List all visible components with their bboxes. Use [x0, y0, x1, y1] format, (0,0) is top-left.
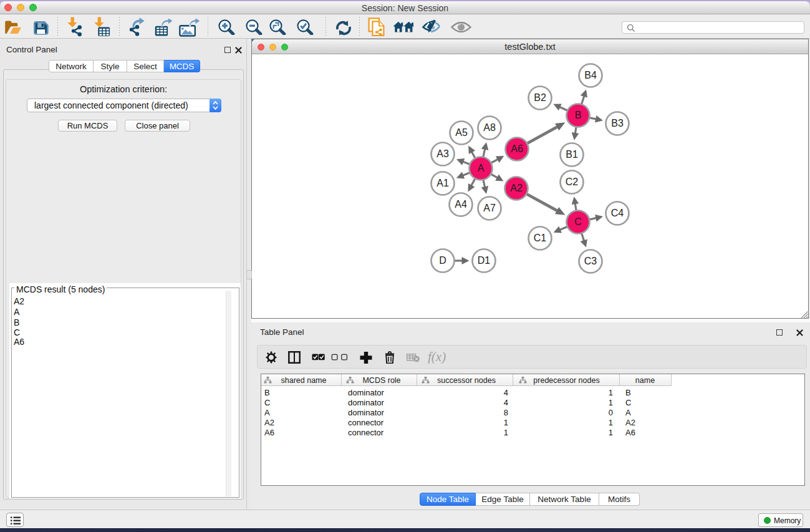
svg-text:C3: C3	[584, 256, 597, 266]
svg-text:B: B	[575, 110, 582, 120]
svg-text:D1: D1	[478, 255, 491, 266]
svg-text:A1: A1	[436, 178, 449, 188]
svg-text:A4: A4	[455, 199, 467, 210]
svg-text:C1: C1	[534, 233, 547, 243]
svg-text:C4: C4	[611, 208, 624, 218]
svg-text:f(x): f(x)	[428, 351, 446, 364]
svg-text:C: C	[574, 216, 582, 227]
svg-text:A7: A7	[483, 203, 496, 213]
svg-text:B3: B3	[611, 118, 624, 128]
svg-text:D: D	[439, 255, 446, 266]
svg-text:A5: A5	[455, 127, 468, 138]
svg-text:A8: A8	[483, 122, 496, 133]
svg-text:B2: B2	[534, 92, 546, 103]
svg-text:A: A	[478, 163, 485, 173]
svg-text:B1: B1	[566, 149, 578, 160]
svg-text:A2: A2	[510, 183, 523, 193]
svg-text:B4: B4	[584, 70, 597, 80]
svg-text:A3: A3	[436, 148, 449, 159]
svg-text:C2: C2	[566, 177, 579, 187]
svg-text:A6: A6	[511, 143, 523, 154]
